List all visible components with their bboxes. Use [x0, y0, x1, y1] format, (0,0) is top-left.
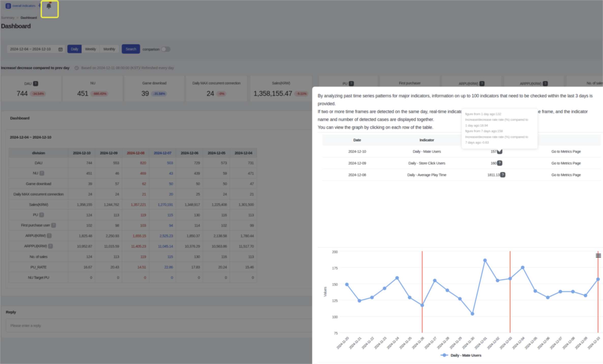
svg-text:2024-11-26: 2024-11-26 [411, 336, 425, 350]
svg-text:2024-12-02: 2024-12-02 [486, 336, 500, 350]
svg-text:2024-11-25: 2024-11-25 [399, 336, 412, 350]
svg-text:2024-11-29: 2024-11-29 [449, 336, 462, 350]
svg-text:2024-11-21: 2024-11-21 [348, 336, 362, 350]
svg-text:100: 100 [332, 315, 338, 319]
svg-text:2024-12-09: 2024-12-09 [574, 336, 588, 350]
svg-text:Daily - Mate Users: Daily - Mate Users [451, 353, 481, 357]
svg-text:Values: Values [323, 287, 327, 297]
svg-text:175: 175 [332, 266, 338, 270]
svg-text:2024-11-22: 2024-11-22 [361, 336, 375, 350]
svg-text:200: 200 [332, 250, 338, 254]
svg-text:2024-12-01: 2024-12-01 [474, 336, 488, 350]
svg-text:150: 150 [332, 282, 338, 286]
svg-text:75: 75 [334, 331, 338, 335]
svg-text:2024-12-08: 2024-12-08 [562, 336, 576, 350]
svg-text:2024-11-20: 2024-11-20 [336, 336, 350, 350]
svg-text:2024-11-30: 2024-11-30 [461, 336, 475, 350]
svg-text:2024-11-23: 2024-11-23 [373, 336, 387, 350]
svg-text:2024-12-07: 2024-12-07 [549, 336, 563, 350]
svg-text:2024-11-24: 2024-11-24 [386, 336, 400, 350]
svg-text:2024-12-03: 2024-12-03 [499, 336, 513, 350]
svg-text:2024-12-10: 2024-12-10 [587, 336, 601, 350]
svg-text:125: 125 [332, 299, 338, 303]
svg-text:2024-12-05: 2024-12-05 [524, 336, 538, 350]
svg-text:2024-12-06: 2024-12-06 [537, 336, 551, 350]
svg-text:2024-12-04: 2024-12-04 [511, 336, 525, 350]
svg-text:2024-11-27: 2024-11-27 [424, 336, 438, 350]
svg-text:2024-11-28: 2024-11-28 [436, 336, 450, 350]
